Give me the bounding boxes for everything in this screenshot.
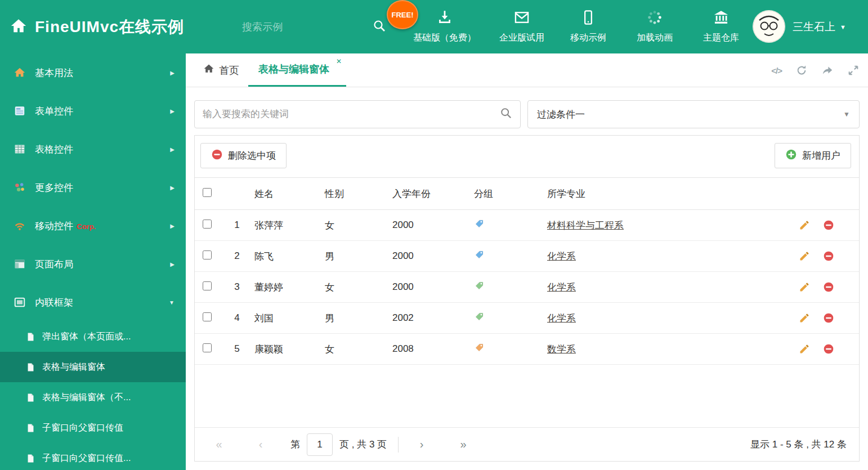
table-header-row: 姓名 性别 入学年份 分组 所学专业 (195, 178, 859, 210)
corp-badge: Corp. (77, 222, 96, 231)
search-icon[interactable] (500, 107, 512, 122)
last-page-button[interactable]: » (451, 438, 475, 451)
spinner-icon (647, 10, 663, 28)
grid-toolbar: 删除选中项 新增用户 (195, 136, 859, 177)
sidebar-item-grid-controls[interactable]: 表格控件 ▶ (0, 130, 186, 168)
edit-icon[interactable] (799, 281, 810, 293)
nav-item-theme-repo[interactable]: 主题仓库 (688, 0, 754, 53)
tag-icon[interactable] (474, 283, 485, 293)
col-group: 分组 (474, 178, 547, 210)
first-page-button[interactable]: « (207, 438, 231, 451)
major-link[interactable]: 化学系 (547, 282, 576, 293)
header-search[interactable] (242, 16, 360, 38)
sidebar-subitem-popup-window[interactable]: 弹出窗体（本页面或... (0, 321, 186, 352)
refresh-icon[interactable] (795, 64, 808, 77)
sidebar-item-inline-frame[interactable]: 内联框架 ▼ (0, 283, 186, 321)
major-link[interactable]: 化学系 (547, 313, 576, 324)
delete-icon[interactable] (823, 343, 834, 355)
cell-name: 陈飞 (254, 241, 325, 272)
next-page-button[interactable]: › (410, 438, 433, 451)
filter-dropdown[interactable]: 过滤条件一 ▼ (527, 100, 860, 128)
cell-group (474, 334, 547, 365)
sidebar-subitem-child-to-parent[interactable]: 子窗口向父窗口传值 (0, 413, 186, 443)
major-link[interactable]: 数学系 (547, 344, 576, 355)
nav-item-loading-animation[interactable]: 加载动画 (621, 0, 688, 53)
tab-grid-edit-window[interactable]: 表格与编辑窗体 ✕ (248, 53, 346, 87)
delete-icon[interactable] (823, 250, 834, 262)
cell-name: 刘国 (254, 303, 325, 334)
sidebar-item-form-controls[interactable]: 表单控件 ▶ (0, 92, 186, 130)
sidebar-item-label: 更多控件 (35, 181, 170, 194)
tag-icon[interactable] (474, 314, 485, 324)
bank-icon (713, 10, 729, 28)
chevron-down-icon: ▼ (169, 299, 175, 306)
close-icon[interactable]: ✕ (336, 57, 342, 65)
cell-group (474, 241, 547, 272)
row-index: 5 (220, 334, 254, 365)
free-badge: FREE! (387, 0, 418, 29)
row-checkbox[interactable] (203, 281, 212, 290)
cell-major: 化学系 (547, 272, 789, 303)
delete-selected-button[interactable]: 删除选中项 (200, 143, 287, 168)
table-row: 4 刘国 男 2002 化学系 (195, 303, 859, 334)
avatar[interactable] (753, 10, 785, 43)
add-user-button[interactable]: 新增用户 (775, 143, 851, 168)
search-icon[interactable] (373, 19, 386, 35)
chevron-right-icon: ▶ (170, 223, 175, 229)
tag-icon[interactable] (474, 252, 485, 262)
sidebar-item-page-layout[interactable]: 页面布局 ▶ (0, 245, 186, 283)
fullscreen-icon[interactable] (847, 64, 860, 77)
edit-icon[interactable] (799, 250, 810, 262)
cell-group (474, 303, 547, 334)
delete-icon[interactable] (823, 281, 834, 293)
page-number-input[interactable] (307, 433, 333, 456)
edit-icon[interactable] (799, 220, 810, 231)
sidebar-subitem-child-to-parent-2[interactable]: 子窗口向父窗口传值... (0, 443, 186, 470)
keyword-search-input[interactable] (203, 109, 500, 120)
tag-icon[interactable] (474, 221, 485, 231)
brand[interactable]: FineUIMvc在线示例 (10, 0, 184, 53)
download-icon (437, 10, 453, 28)
cell-gender: 女 (325, 210, 392, 241)
delete-icon[interactable] (823, 220, 834, 231)
username: 三生石上 (793, 20, 835, 34)
file-icon (26, 423, 35, 433)
nav-item-mobile-demo[interactable]: 移动示例 (555, 0, 621, 53)
edit-icon[interactable] (799, 343, 810, 355)
sidebar-item-basic-usage[interactable]: 基本用法 ▶ (0, 53, 186, 92)
row-checkbox[interactable] (203, 250, 212, 259)
forward-icon[interactable] (821, 64, 834, 77)
cell-year: 2002 (392, 303, 474, 334)
cell-group (474, 272, 547, 303)
file-icon (26, 332, 35, 342)
major-link[interactable]: 材料科学与工程系 (547, 220, 624, 231)
cell-year: 2000 (392, 210, 474, 241)
tab-home[interactable]: 首页 (194, 53, 248, 87)
sidebar-subitem-grid-edit-window[interactable]: 表格与编辑窗体 (0, 352, 186, 382)
sidebar-item-more-controls[interactable]: 更多控件 ▶ (0, 168, 186, 207)
user-menu[interactable]: 三生石上 ▼ (793, 0, 846, 53)
cell-major: 材料科学与工程系 (547, 210, 789, 241)
header-search-input[interactable] (242, 21, 373, 33)
sidebar-item-mobile-controls[interactable]: 移动控件Corp. ▶ (0, 207, 186, 245)
main-area: 首页 表格与编辑窗体 ✕ </> (186, 53, 868, 470)
keyword-search[interactable] (194, 100, 521, 128)
row-checkbox[interactable] (203, 343, 212, 352)
nav-item-enterprise-trial[interactable]: 企业版试用 (489, 0, 555, 53)
row-checkbox[interactable] (203, 220, 212, 229)
edit-icon[interactable] (799, 312, 810, 324)
row-index: 4 (220, 303, 254, 334)
source-code-icon[interactable]: </> (771, 66, 782, 75)
sidebar-subitem-grid-edit-window-2[interactable]: 表格与编辑窗体（不... (0, 382, 186, 413)
table-row: 1 张萍萍 女 2000 材料科学与工程系 (195, 210, 859, 241)
cell-name: 康颖颖 (254, 334, 325, 365)
select-all-checkbox[interactable] (203, 188, 212, 197)
delete-icon[interactable] (823, 312, 834, 324)
cell-year: 2000 (392, 241, 474, 272)
major-link[interactable]: 化学系 (547, 251, 576, 262)
prev-page-button[interactable]: ‹ (249, 438, 272, 451)
tag-icon[interactable] (474, 344, 485, 355)
row-checkbox[interactable] (203, 312, 212, 321)
tab-label: 首页 (219, 64, 239, 77)
signal-icon (14, 220, 26, 232)
